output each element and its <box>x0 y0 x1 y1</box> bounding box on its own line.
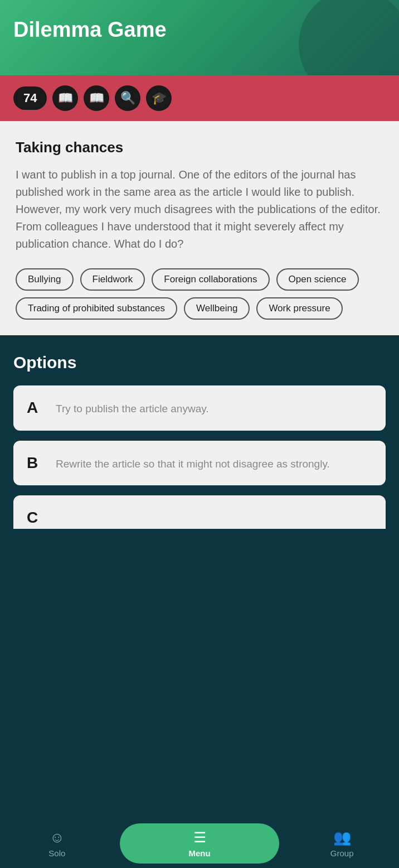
card-body: I want to publish in a top journal. One … <box>16 166 383 253</box>
card-title: Taking chances <box>16 139 383 156</box>
option-b[interactable]: B Rewrite the article so that it might n… <box>13 441 386 486</box>
option-a-letter: A <box>27 399 45 417</box>
app-title: Dilemma Game <box>13 18 167 41</box>
nav-menu[interactable]: ☰ Menu <box>120 823 280 864</box>
tag-wellbeing[interactable]: Wellbeing <box>184 297 250 320</box>
bottom-nav: ☺ Solo ☰ Menu 👥 Group <box>0 819 399 868</box>
option-a-text: Try to publish the article anyway. <box>56 399 209 417</box>
option-b-text: Rewrite the article so that it might not… <box>56 454 330 472</box>
nav-solo[interactable]: ☺ Solo <box>0 819 114 868</box>
dilemma-card: Taking chances I want to publish in a to… <box>0 121 399 335</box>
menu-label: Menu <box>188 848 210 858</box>
app-header: Dilemma Game <box>0 0 399 75</box>
magnify-icon: 🔍 <box>115 85 140 111</box>
tag-foreign-collaborations[interactable]: Foreign collaborations <box>152 268 269 291</box>
menu-icon: ☰ <box>193 829 206 846</box>
tag-open-science[interactable]: Open science <box>276 268 359 291</box>
tag-work-pressure[interactable]: Work pressure <box>256 297 342 320</box>
tag-bullying[interactable]: Bullying <box>16 268 74 291</box>
option-a[interactable]: A Try to publish the article anyway. <box>13 385 386 431</box>
option-c-letter: C <box>27 509 45 527</box>
group-icon: 👥 <box>333 829 351 846</box>
options-section: Options A Try to publish the article any… <box>0 335 399 540</box>
option-b-letter: B <box>27 454 45 472</box>
solo-label: Solo <box>48 848 65 858</box>
score-badge: 74 <box>13 86 47 110</box>
options-title: Options <box>13 353 386 372</box>
score-banner: 74 📖 📖 🔍 🎓 <box>0 75 399 121</box>
solo-icon: ☺ <box>50 829 65 846</box>
graduation-icon: 🎓 <box>146 85 172 111</box>
tag-trading[interactable]: Trading of prohibited substances <box>16 297 177 320</box>
book-icon: 📖 <box>52 85 78 111</box>
group-label: Group <box>330 848 354 858</box>
tags-container: Bullying Fieldwork Foreign collaboration… <box>16 268 383 320</box>
tag-fieldwork[interactable]: Fieldwork <box>80 268 145 291</box>
option-c-partial[interactable]: C <box>13 495 386 529</box>
book2-icon: 📖 <box>84 85 109 111</box>
nav-group[interactable]: 👥 Group <box>285 819 399 868</box>
